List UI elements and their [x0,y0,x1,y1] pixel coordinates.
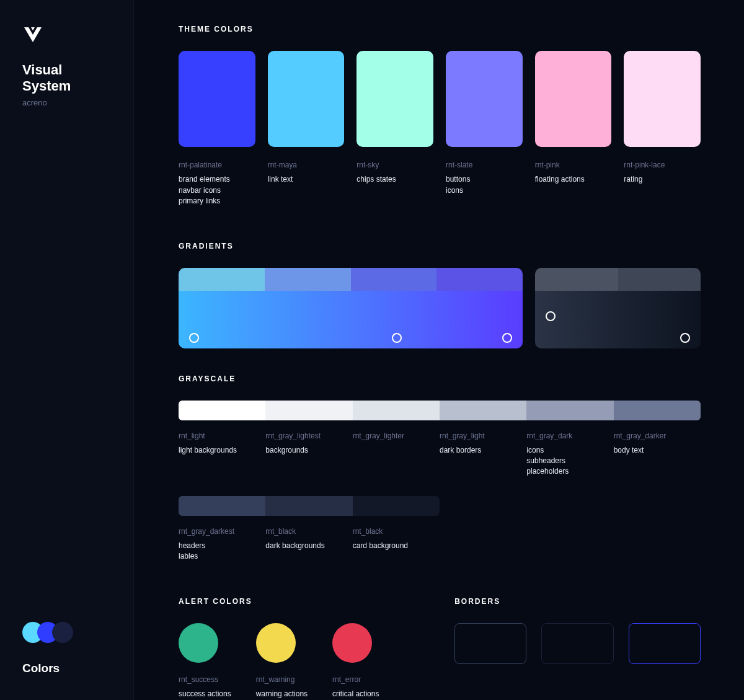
color-usage: buttonsicons [446,174,523,196]
grayscale-labels2: rnt_gray_darkest headerslablesrnt_black … [179,527,440,562]
color-usage: critical actionsnegative buttonsnotifact… [332,689,387,700]
gray-swatch [265,496,352,516]
color-card: rnt-pink-lace rating [624,51,701,207]
alert-card: rnt_error critical actionsnegative butto… [332,623,387,700]
color-name: rnt_black [353,527,433,536]
color-card: rnt-palatinate brand elementsnavbar icon… [179,51,255,207]
color-name: rnt_gray_light [440,432,520,440]
color-usage: backgrounds [265,445,346,456]
color-swatch [624,51,701,147]
gray-swatch [353,401,440,420]
color-name: rnt_error [332,675,387,684]
gray-swatch [440,401,526,420]
color-usage: link text [268,174,345,185]
gray-swatch [265,401,352,420]
section-title-gradients: GRADIENTS [179,242,701,250]
sidebar-title: Visual System [22,62,111,94]
logo-icon [22,24,111,47]
color-usage: success actionspositive buttons [179,689,231,700]
alert-swatch [256,623,296,663]
gradient-stop[interactable] [392,333,402,343]
color-card: rnt-sky chips states [356,51,433,207]
color-preview-circles [22,622,111,643]
border-sample [629,623,701,664]
color-swatch [179,51,255,147]
alert-card: rnt_success success actionspositive butt… [179,623,231,700]
gray-label: rnt_gray_light dark borders [440,432,526,477]
gray-swatch [614,401,701,420]
grayscale-row [179,401,701,420]
alert-swatch [332,623,372,663]
color-name: rnt-palatinate [179,161,255,169]
color-usage: floating actions [535,174,612,185]
color-name: rnt_gray_dark [526,432,607,440]
color-name: rnt_gray_darker [614,432,694,440]
gray-swatch [526,401,613,420]
alert-colors-row: rnt_success success actionspositive butt… [179,623,405,700]
gray-swatch [179,401,265,420]
gradient-big [179,268,523,348]
color-card: rnt-pink floating actions [535,51,612,207]
section-title-alerts: ALERT COLORS [179,597,405,606]
color-usage: brand elementsnavbar iconsprimary links [179,174,255,206]
gray-swatch [179,496,265,516]
color-card: rnt-maya link text [268,51,345,207]
main-content: THEME COLORS rnt-palatinate brand elemen… [134,0,744,700]
color-usage: card background [353,541,433,551]
color-usage: dark borders [440,445,520,456]
color-name: rnt-pink-lace [624,161,701,169]
color-name: rnt-sky [356,161,433,169]
color-name: rnt_warning [256,675,308,684]
gray-label: rnt_gray_dark iconssubheadersplaceholder… [526,432,613,477]
color-usage: body text [614,445,694,456]
grayscale-row2 [179,496,440,516]
color-usage: warning actions [256,689,308,699]
color-swatch [446,51,523,147]
preview-circle [52,622,73,643]
gray-label: rnt_gray_darker body text [614,432,701,477]
gray-swatch [353,496,440,516]
color-usage: dark backgrounds [265,541,346,551]
border-sample [454,623,526,664]
color-name: rnt-pink [535,161,612,169]
color-card: rnt-slate buttonsicons [446,51,523,207]
color-name: rnt_light [179,432,259,440]
sidebar: Visual System acreno Colors Dark Theme v… [0,0,134,700]
color-name: rnt_success [179,675,231,684]
gradient-stop[interactable] [546,311,556,321]
sidebar-section-title: Colors [22,662,111,675]
section-title-theme: THEME COLORS [179,25,701,33]
alert-card: rnt_warning warning actions [256,623,308,700]
color-name: rnt_gray_lighter [353,432,433,440]
gray-label: rnt_black dark backgrounds [265,527,352,562]
color-name: rnt_gray_darkest [179,527,259,536]
gray-label: rnt_gray_darkest headerslables [179,527,265,562]
color-usage: iconssubheadersplaceholders [526,445,607,477]
gradient-stop[interactable] [680,333,690,343]
color-usage: light backgrounds [179,445,259,456]
gray-label: rnt_black card background [353,527,440,562]
color-usage: headerslables [179,541,259,562]
grayscale-labels: rnt_light light backgroundsrnt_gray_ligh… [179,432,701,477]
color-name: rnt-maya [268,161,345,169]
gradient-stop[interactable] [189,333,199,343]
color-swatch [356,51,433,147]
gray-label: rnt_gray_lighter [353,432,440,477]
color-name: rnt_gray_lightest [265,432,346,440]
color-usage: chips states [356,174,433,185]
gradient-stop[interactable] [502,333,512,343]
color-usage: rating [624,174,701,185]
section-title-borders: BORDERS [454,597,701,606]
gradients-row [179,268,701,348]
gray-label: rnt_gray_lightest backgrounds [265,432,352,477]
color-name: rnt-slate [446,161,523,169]
border-sample [541,623,613,664]
color-swatch [268,51,345,147]
gradient-small [535,268,701,348]
gray-label: rnt_light light backgrounds [179,432,265,477]
borders-row [454,623,701,664]
alert-swatch [179,623,218,663]
section-title-grayscale: GRAYSCALE [179,374,701,383]
color-name: rnt_black [265,527,346,536]
theme-colors-row: rnt-palatinate brand elementsnavbar icon… [179,51,701,207]
